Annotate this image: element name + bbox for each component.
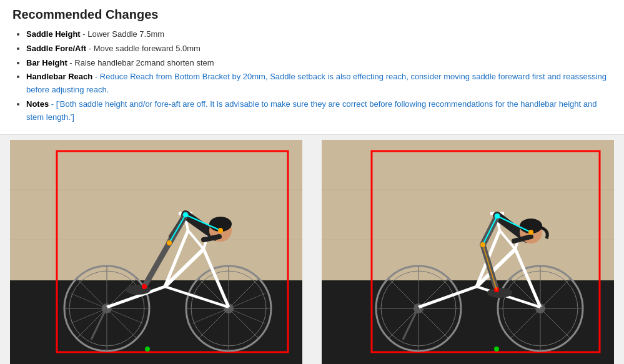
bar-height-desc2: and shorten stem — [151, 58, 214, 67]
svg-point-92 — [494, 347, 499, 352]
saddle-height-label: Saddle Height — [26, 29, 81, 39]
svg-point-84 — [487, 288, 512, 298]
bar-height-desc: - Raise handlebar 2cm — [69, 58, 151, 67]
page-wrapper: Recommended Changes Saddle Height - Lowe… — [0, 0, 624, 364]
svg-point-43 — [218, 228, 223, 233]
notes-desc: - ['Both saddle height and/or fore-aft a… — [26, 99, 597, 122]
list-item-saddle-foreaft: Saddle Fore/Aft - Move saddle foreward 5… — [26, 42, 612, 56]
recommendations-list: Saddle Height - Lower Saddle 7.5mm Saddl… — [12, 28, 612, 124]
image-container-right — [312, 135, 625, 364]
list-item-notes: Notes - ['Both saddle height and/or fore… — [26, 98, 612, 124]
recommendations-section: Recommended Changes Saddle Height - Lowe… — [0, 0, 624, 135]
bike-image-left — [10, 140, 302, 364]
images-section — [0, 135, 624, 364]
bike-svg-right — [322, 140, 614, 364]
handlebar-reach-desc: - Reduce Reach from Bottom Bracket by 20… — [26, 72, 607, 94]
list-item-handlebar-reach: Handlebar Reach - Reduce Reach from Bott… — [26, 71, 612, 97]
list-item-saddle-height: Saddle Height - Lower Saddle 7.5mm — [26, 28, 612, 41]
svg-point-88 — [495, 214, 500, 219]
svg-point-39 — [126, 285, 151, 295]
svg-point-47 — [145, 347, 150, 352]
bike-svg-left — [10, 140, 302, 364]
saddle-foreaft-desc: - Move saddle foreward 5.0mm — [89, 44, 201, 53]
saddle-foreaft-label: Saddle Fore/Aft — [26, 44, 86, 53]
svg-point-44 — [183, 212, 188, 217]
recommendations-title: Recommended Changes — [12, 7, 612, 22]
list-item-bar-height: Bar Height - Raise handlebar 2cmand shor… — [26, 57, 612, 70]
notes-label: Notes — [26, 99, 49, 109]
bar-height-label: Bar Height — [26, 58, 67, 67]
svg-point-45 — [167, 240, 172, 245]
handlebar-reach-label: Handlebar Reach — [26, 72, 92, 81]
svg-line-36 — [204, 237, 219, 240]
image-container-left — [0, 135, 312, 364]
bike-image-right — [322, 140, 614, 364]
saddle-height-desc: - Lower Saddle 7.5mm — [82, 29, 164, 39]
svg-point-46 — [142, 284, 147, 289]
svg-point-87 — [528, 230, 533, 235]
